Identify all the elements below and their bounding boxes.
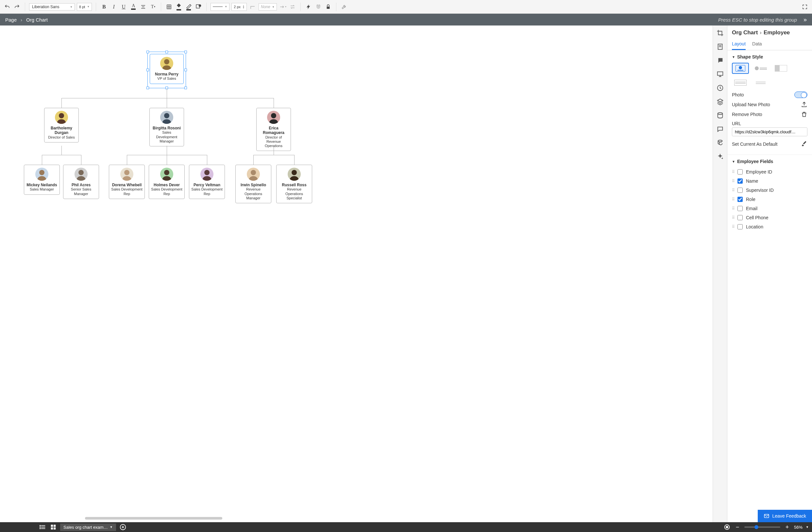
presentation-icon[interactable] <box>716 71 724 78</box>
tab-layout[interactable]: Layout <box>732 39 745 50</box>
comment-icon[interactable] <box>716 57 724 64</box>
field-checkbox[interactable] <box>738 206 743 211</box>
italic-icon[interactable]: I <box>110 3 118 11</box>
org-node-root[interactable]: Norma Perry VP of Sales <box>150 54 184 84</box>
org-node[interactable]: Holmes Dever Sales Development Rep <box>149 165 185 199</box>
node-role: Revenue Operations Specialist <box>278 187 310 200</box>
swap-arrows-icon[interactable] <box>289 3 296 11</box>
avatar <box>247 168 260 181</box>
grid-view-icon[interactable] <box>50 523 57 531</box>
node-name: Holmes Dever <box>154 183 180 187</box>
zoom-value[interactable]: 56% <box>794 525 802 530</box>
fullscreen-icon[interactable] <box>801 3 809 11</box>
fill-color-icon[interactable] <box>175 3 183 11</box>
org-node[interactable]: Russell Ross Revenue Operations Speciali… <box>276 165 312 203</box>
breadcrumb-current[interactable]: Org Chart <box>26 17 48 23</box>
crop-icon[interactable] <box>716 29 724 36</box>
photo-toggle[interactable] <box>794 91 808 98</box>
line-path-icon[interactable] <box>249 3 257 11</box>
remove-photo-label[interactable]: Remove Photo <box>732 112 762 117</box>
data-icon[interactable] <box>716 112 724 119</box>
chat-icon[interactable] <box>716 125 724 133</box>
lock-icon[interactable] <box>324 3 332 11</box>
text-options-icon[interactable]: T▾ <box>149 3 157 11</box>
horizontal-scrollbar[interactable] <box>85 517 222 520</box>
line-style-select[interactable]: ▼ <box>211 3 230 11</box>
org-node[interactable]: Percy Veltman Sales Development Rep <box>189 165 225 199</box>
text-color-icon[interactable]: A <box>129 3 137 11</box>
underline-icon[interactable]: U <box>120 3 128 11</box>
feedback-button[interactable]: Leave Feedback <box>758 510 812 522</box>
page-icon[interactable] <box>716 43 724 50</box>
lightning-icon[interactable] <box>305 3 313 11</box>
tab-data[interactable]: Data <box>752 39 762 50</box>
field-row: ⠿ Supervisor ID <box>732 186 808 195</box>
org-node[interactable]: Erica Romaguera Director of Revenue Oper… <box>256 108 291 151</box>
undo-icon[interactable] <box>3 3 11 11</box>
bold-icon[interactable]: B <box>100 3 108 11</box>
org-node[interactable]: Bartholemy Durgan Director of Sales <box>44 108 79 143</box>
panel-breadcrumb-root[interactable]: Org Chart <box>732 29 758 36</box>
zoom-dropdown-icon[interactable]: ▼ <box>806 526 809 529</box>
node-role: Sales Development Rep <box>111 187 143 196</box>
layers-icon[interactable] <box>716 98 724 105</box>
arrow-start-select[interactable]: None <box>259 3 277 11</box>
field-checkbox[interactable] <box>738 178 743 184</box>
org-node[interactable]: Mickey Neilands Sales Manager <box>24 165 60 195</box>
node-role: Sales Development Rep <box>191 187 222 196</box>
url-input[interactable] <box>732 128 808 136</box>
drag-handle-icon[interactable]: ⠿ <box>732 224 734 229</box>
align-icon[interactable] <box>139 3 147 11</box>
line-weight-select[interactable]: 2 px▲▼ <box>231 3 247 11</box>
collapse-panel-icon[interactable]: » <box>803 16 807 23</box>
layout-grid-icon[interactable] <box>165 3 173 11</box>
arrow-end-icon[interactable]: ▾ <box>279 3 287 11</box>
history-icon[interactable] <box>716 84 724 91</box>
target-icon[interactable] <box>723 523 730 531</box>
font-family-select[interactable]: Liberation Sans <box>29 3 75 11</box>
org-node[interactable]: Phil Acres Senior Sales Manager <box>63 165 99 199</box>
drag-handle-icon[interactable]: ⠿ <box>732 188 734 192</box>
zoom-out-icon[interactable]: − <box>734 523 741 531</box>
add-page-icon[interactable] <box>119 523 127 531</box>
style-thumb-box[interactable] <box>732 77 749 88</box>
drag-handle-icon[interactable]: ⠿ <box>732 197 734 202</box>
drag-handle-icon[interactable]: ⠿ <box>732 206 734 211</box>
document-tab[interactable]: Sales org chart exam…▼ <box>60 523 116 531</box>
canvas[interactable]: Norma Perry VP of Sales Bartholemy Durga… <box>0 26 713 522</box>
org-node[interactable]: Dorena Whebell Sales Development Rep <box>109 165 145 199</box>
field-checkbox[interactable] <box>738 215 743 220</box>
style-thumb-side[interactable] <box>752 63 769 74</box>
redo-icon[interactable] <box>13 3 21 11</box>
drag-handle-icon[interactable]: ⠿ <box>732 169 734 174</box>
trash-icon[interactable] <box>801 111 808 118</box>
field-checkbox[interactable] <box>738 197 743 202</box>
zoom-slider[interactable] <box>744 527 780 528</box>
field-checkbox[interactable] <box>738 169 743 175</box>
breadcrumb-root[interactable]: Page <box>5 17 17 23</box>
style-thumb-card[interactable] <box>732 63 749 74</box>
field-checkbox[interactable] <box>738 188 743 193</box>
brush-icon[interactable] <box>801 141 808 147</box>
sparkle-icon[interactable] <box>716 153 724 160</box>
font-size-select[interactable]: 8 pt▼ <box>77 3 92 11</box>
set-default-label[interactable]: Set Current As Default <box>732 142 777 147</box>
org-node[interactable]: Irwin Spinello Revenue Operations Manage… <box>235 165 271 203</box>
magnet-icon[interactable] <box>315 3 322 11</box>
zoom-in-icon[interactable]: + <box>784 523 791 531</box>
upload-icon[interactable] <box>801 101 808 108</box>
upload-photo-label[interactable]: Upload New Photo <box>732 102 770 107</box>
database-refresh-icon[interactable] <box>716 139 724 146</box>
list-view-icon[interactable] <box>39 523 46 531</box>
drag-handle-icon[interactable]: ⠿ <box>732 179 734 183</box>
field-checkbox[interactable] <box>738 224 743 230</box>
border-color-icon[interactable] <box>185 3 192 11</box>
shape-options-icon[interactable] <box>194 3 202 11</box>
section-shape-style[interactable]: ▼Shape Style <box>732 54 808 59</box>
style-thumb-split[interactable] <box>772 63 789 74</box>
style-thumb-lines[interactable] <box>752 77 769 88</box>
wrench-icon[interactable] <box>340 3 348 11</box>
section-employee-fields[interactable]: ▼Employee Fields <box>732 159 808 164</box>
drag-handle-icon[interactable]: ⠿ <box>732 215 734 220</box>
org-node[interactable]: Birgitta Rosoni Sales Development Manage… <box>149 108 184 146</box>
